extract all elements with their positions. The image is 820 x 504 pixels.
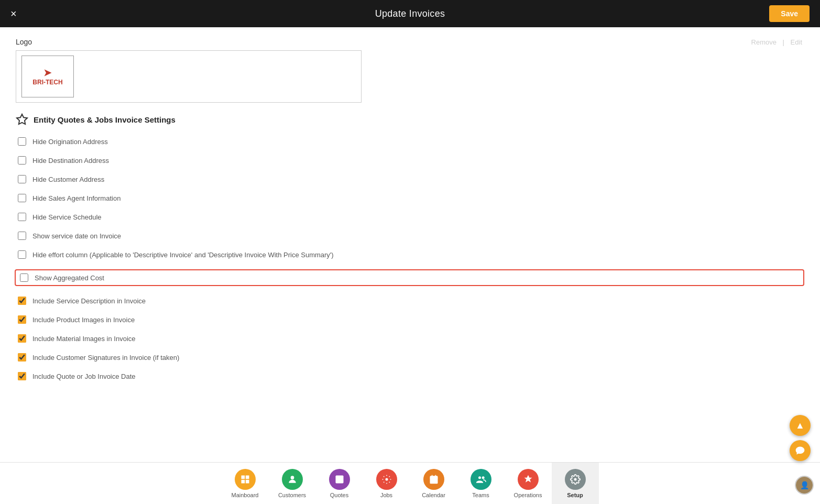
- svg-rect-2: [245, 475, 249, 479]
- svg-point-17: [574, 478, 576, 480]
- customers-icon: [282, 469, 303, 490]
- edit-link[interactable]: Edit: [791, 38, 802, 46]
- checkboxes-container: Hide Origination AddressHide Destination…: [16, 137, 804, 380]
- nav-label-jobs: Jobs: [380, 492, 392, 498]
- section-title: Entity Quotes & Jobs Invoice Settings: [34, 115, 176, 124]
- logo-label: Logo: [16, 38, 32, 46]
- checkbox-hide-destination[interactable]: [18, 156, 26, 165]
- checkbox-include-signatures[interactable]: [18, 353, 26, 361]
- svg-rect-3: [241, 479, 245, 483]
- checkbox-label-hide-sales: Hide Sales Agent Information: [32, 194, 121, 202]
- checkbox-label-include-product-images: Include Product Images in Invoice: [32, 316, 135, 324]
- checkbox-row-include-quote-date: Include Quote or Job Invoice Date: [16, 372, 804, 380]
- logo-actions[interactable]: Remove | Edit: [749, 38, 804, 46]
- checkbox-label-include-material-images: Include Material Images in Invoice: [32, 335, 136, 343]
- nav-item-quotes[interactable]: Quotes: [316, 463, 363, 505]
- checkbox-label-include-signatures: Include Customer Signatures in Invoice (…: [32, 354, 179, 361]
- logo-image-box: ➤ BRI-TECH: [21, 56, 74, 97]
- checkbox-include-service-desc[interactable]: [18, 297, 26, 305]
- svg-rect-4: [245, 479, 249, 483]
- checkbox-show-aggregated[interactable]: [20, 273, 28, 282]
- svg-point-5: [290, 476, 294, 479]
- checkbox-row-hide-destination: Hide Destination Address: [16, 156, 804, 165]
- checkbox-hide-origination[interactable]: [18, 137, 26, 146]
- logo-section: Logo Remove | Edit ➤ BRI-TECH: [16, 38, 804, 103]
- checkbox-row-show-service-date: Show service date on Invoice: [16, 232, 804, 240]
- teams-icon: [471, 469, 491, 490]
- calendar-icon: [423, 469, 444, 490]
- nav-label-customers: Customers: [278, 492, 306, 498]
- checkbox-row-include-material-images: Include Material Images in Invoice: [16, 334, 804, 343]
- scroll-up-fab[interactable]: ▲: [790, 415, 811, 436]
- nav-label-quotes: Quotes: [330, 492, 348, 498]
- nav-item-setup[interactable]: Setup: [552, 463, 599, 505]
- setup-icon: [565, 469, 586, 490]
- nav-label-operations: Operations: [514, 492, 542, 498]
- nav-label-calendar: Calendar: [422, 492, 445, 498]
- header: × Update Invoices Save: [0, 0, 820, 27]
- save-button[interactable]: Save: [769, 5, 810, 22]
- svg-point-16: [482, 476, 484, 479]
- page-title: Update Invoices: [375, 8, 445, 19]
- svg-point-10: [385, 478, 388, 480]
- checkbox-label-hide-origination: Hide Origination Address: [32, 138, 108, 146]
- checkbox-hide-customer[interactable]: [18, 175, 26, 183]
- chat-fab[interactable]: [790, 440, 811, 461]
- quotes-icon: [329, 469, 350, 490]
- checkbox-hide-service[interactable]: [18, 213, 26, 221]
- checkbox-label-show-aggregated: Show Aggregated Cost: [35, 274, 104, 282]
- nav-item-jobs[interactable]: Jobs: [363, 463, 410, 505]
- checkbox-include-product-images[interactable]: [18, 315, 26, 324]
- nav-label-mainboard: Mainboard: [232, 492, 259, 498]
- checkbox-label-hide-destination: Hide Destination Address: [32, 157, 109, 165]
- checkbox-row-hide-effort: Hide effort column (Applicable to 'Descr…: [16, 250, 804, 259]
- jobs-icon: [376, 469, 397, 490]
- checkbox-label-show-service-date: Show service date on Invoice: [32, 232, 121, 240]
- checkbox-show-service-date[interactable]: [18, 232, 26, 240]
- checkbox-hide-sales[interactable]: [18, 194, 26, 202]
- main-content: Logo Remove | Edit ➤ BRI-TECH Entity Quo…: [0, 27, 820, 462]
- remove-link[interactable]: Remove: [751, 38, 777, 46]
- checkbox-row-include-service-desc: Include Service Description in Invoice: [16, 297, 804, 305]
- checkbox-row-include-signatures: Include Customer Signatures in Invoice (…: [16, 353, 804, 361]
- checkbox-label-include-quote-date: Include Quote or Job Invoice Date: [32, 372, 136, 380]
- nav-item-calendar[interactable]: Calendar: [410, 463, 457, 505]
- checkbox-label-hide-customer: Hide Customer Address: [32, 176, 104, 183]
- checkbox-hide-effort[interactable]: [18, 250, 26, 259]
- section-icon: [16, 113, 28, 126]
- mainboard-icon: [235, 469, 256, 490]
- nav-label-teams: Teams: [472, 492, 489, 498]
- user-avatar[interactable]: 👤: [795, 476, 814, 495]
- nav-label-setup: Setup: [567, 492, 583, 498]
- svg-rect-1: [241, 475, 245, 479]
- checkbox-row-include-product-images: Include Product Images in Invoice: [16, 315, 804, 324]
- checkbox-label-hide-effort: Hide effort column (Applicable to 'Descr…: [32, 251, 334, 259]
- nav-item-customers[interactable]: Customers: [269, 463, 316, 505]
- svg-marker-0: [17, 114, 27, 124]
- nav-item-operations[interactable]: Operations: [505, 463, 552, 505]
- checkbox-row-hide-sales: Hide Sales Agent Information: [16, 194, 804, 202]
- checkbox-row-hide-service: Hide Service Schedule: [16, 213, 804, 221]
- logo-separator: |: [783, 38, 786, 46]
- checkbox-label-include-service-desc: Include Service Description in Invoice: [32, 297, 146, 305]
- svg-rect-11: [430, 476, 438, 484]
- logo-image: ➤ BRI-TECH: [32, 67, 62, 86]
- logo-container: ➤ BRI-TECH: [16, 50, 362, 103]
- checkbox-row-hide-origination: Hide Origination Address: [16, 137, 804, 146]
- nav-item-mainboard[interactable]: Mainboard: [222, 463, 269, 505]
- svg-point-15: [478, 476, 481, 479]
- checkbox-label-hide-service: Hide Service Schedule: [32, 213, 102, 221]
- checkbox-include-quote-date[interactable]: [18, 372, 26, 380]
- nav-item-teams[interactable]: Teams: [457, 463, 505, 505]
- close-button[interactable]: ×: [10, 8, 17, 19]
- checkbox-row-hide-customer: Hide Customer Address: [16, 175, 804, 183]
- checkbox-include-material-images[interactable]: [18, 334, 26, 343]
- operations-icon: [518, 469, 539, 490]
- checkbox-row-show-aggregated: Show Aggregated Cost: [15, 269, 804, 286]
- section-header: Entity Quotes & Jobs Invoice Settings: [16, 113, 804, 126]
- bottom-nav: MainboardCustomersQuotesJobsCalendarTeam…: [0, 462, 820, 504]
